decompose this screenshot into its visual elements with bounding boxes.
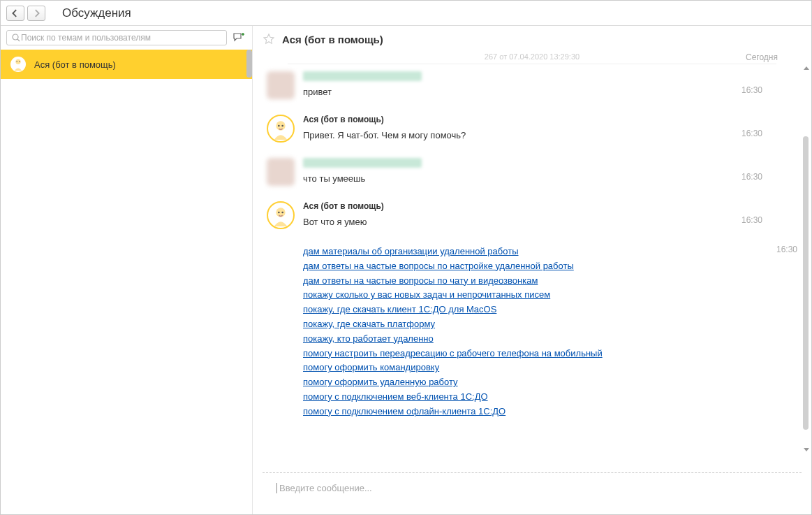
svg-point-7 (276, 121, 285, 130)
message-body: Ася (бот в помощь)Привет. Я чат-бот. Чем… (303, 115, 735, 143)
message-text: Привет. Я чат-бот. Чем я могу помочь? (303, 129, 735, 143)
avatar (267, 158, 295, 186)
message-time: 16:30 (776, 245, 797, 254)
capability-link[interactable]: помогу настроить переадресацию с рабочег… (303, 347, 769, 361)
page-title: Обсуждения (62, 6, 131, 20)
capability-link[interactable]: помогу с подключением офлайн-клиента 1С:… (303, 405, 769, 419)
svg-line-1 (17, 39, 20, 41)
search-icon (11, 33, 21, 43)
capability-link[interactable]: дам материалы об организации удаленной р… (303, 245, 769, 259)
message-text: привет (303, 85, 735, 99)
capability-links-row: дам материалы об организации удаленной р… (267, 245, 797, 419)
avatar (267, 115, 295, 143)
message-author (303, 158, 422, 168)
scrollbar-thumb[interactable] (803, 136, 809, 430)
svg-point-11 (278, 212, 280, 214)
back-button[interactable] (6, 6, 24, 21)
capability-link[interactable]: дам ответы на частые вопросы по чату и в… (303, 274, 769, 289)
message-author: Ася (бот в помощь) (303, 115, 735, 124)
message-row: что ты умеешь16:30 (267, 158, 797, 186)
main: Ася (бот в помощь) Ася (бот в помощь) 26… (1, 26, 811, 514)
capability-link[interactable]: покажу сколько у вас новых задач и непро… (303, 288, 769, 303)
message-text: Вот что я умею (303, 215, 735, 229)
chat-list: Ася (бот в помощь) (1, 50, 252, 514)
search-row (1, 26, 252, 50)
avatar (267, 71, 295, 99)
svg-point-6 (19, 61, 20, 62)
message-time: 16:30 (741, 71, 762, 95)
message-text: что ты умеешь (303, 172, 735, 186)
message-author: Ася (бот в помощь) (303, 201, 735, 211)
message-time: 16:30 (741, 201, 762, 225)
sidebar-scrollbar[interactable] (246, 50, 252, 514)
svg-point-9 (281, 125, 283, 127)
svg-point-12 (281, 212, 283, 214)
scroll-up-icon[interactable] (804, 66, 809, 70)
capability-link[interactable]: покажу, где скачать клиент 1С:ДО для Mac… (303, 303, 769, 317)
message-body: Ася (бот в помощь)Вот что я умею (303, 201, 735, 229)
conversation-title: Ася (бот в помощь) (282, 34, 383, 45)
day-label: Сегодня (746, 52, 778, 62)
scroll-down-icon[interactable] (804, 448, 809, 451)
svg-point-8 (278, 125, 280, 127)
message-body: привет (303, 71, 735, 99)
search-field-wrap[interactable] (6, 30, 227, 45)
conversation-pane: Ася (бот в помощь) 267 от 07.04.2020 13:… (252, 26, 811, 514)
svg-point-0 (13, 34, 18, 40)
search-input[interactable] (21, 33, 222, 43)
message-row: Ася (бот в помощь)Привет. Я чат-бот. Чем… (267, 115, 797, 143)
message-input[interactable] (276, 483, 788, 493)
capability-link[interactable]: дам ответы на частые вопросы по настройк… (303, 259, 769, 274)
message-row: привет16:30 (267, 71, 797, 99)
avatar (267, 201, 295, 229)
message-body: что ты умеешь (303, 158, 735, 186)
truncated-meta: 267 от 07.04.2020 13:29:30 (288, 52, 776, 64)
message-author (303, 71, 422, 81)
chat-item-label: Ася (бот в помощь) (34, 59, 116, 70)
message-row: Ася (бот в помощь)Вот что я умею16:30 (267, 201, 797, 229)
conversation-header: Ася (бот в помощь) (253, 26, 811, 52)
sidebar: Ася (бот в помощь) (1, 26, 252, 514)
avatar (9, 55, 27, 73)
capability-link[interactable]: помогу с подключением веб-клиента 1С:ДО (303, 390, 769, 405)
forward-button[interactable] (27, 6, 45, 21)
svg-point-10 (276, 208, 285, 217)
capability-link[interactable]: помогу оформить командировку (303, 361, 769, 375)
star-icon[interactable] (263, 33, 275, 45)
compose-area (263, 472, 802, 507)
capability-link[interactable]: покажу, где скачать платформу (303, 317, 769, 332)
toolbar: Обсуждения (1, 1, 811, 26)
svg-point-5 (16, 61, 17, 62)
capability-links: дам материалы об организации удаленной р… (303, 245, 769, 419)
message-time: 16:30 (741, 158, 762, 182)
chat-item[interactable]: Ася (бот в помощь) (1, 50, 252, 79)
messages-scrollbar[interactable] (803, 66, 810, 451)
message-time: 16:30 (741, 115, 762, 138)
capability-link[interactable]: покажу, кто работает удаленно (303, 332, 769, 347)
messages-area: 267 от 07.04.2020 13:29:30 Сегодня приве… (253, 52, 811, 465)
scrollbar-thumb[interactable] (246, 50, 252, 78)
new-chat-icon (232, 32, 245, 43)
capability-link[interactable]: помогу оформить удаленную работу (303, 375, 769, 390)
new-chat-button[interactable] (231, 30, 246, 45)
